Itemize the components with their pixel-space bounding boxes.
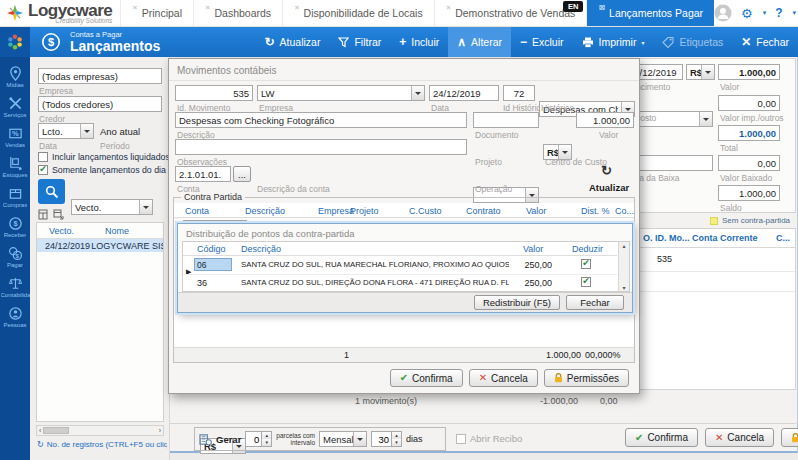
tab-disponibilidade-de-locais[interactable]: ✕ Disponibilidade de Locais bbox=[282, 0, 434, 26]
id-movimento-field[interactable]: 535 bbox=[175, 85, 253, 101]
id-historico-field[interactable]: 72 bbox=[503, 85, 535, 101]
tab-lancamentos-pagar[interactable]: ⊠ Lançamentos Pagar bbox=[586, 0, 714, 26]
dist-scrollbar[interactable]: ▴ ▾ bbox=[618, 242, 629, 291]
cancela-button[interactable]: ✕Cancela bbox=[705, 428, 774, 447]
horizontal-scrollbar[interactable]: ‹ › bbox=[36, 425, 164, 436]
confirma-button[interactable]: ✔Confirma bbox=[625, 428, 698, 447]
dropdown-arrow-icon[interactable] bbox=[139, 200, 152, 214]
cp-col-empresa[interactable]: Empresa bbox=[318, 206, 354, 216]
somente-dia-checkbox[interactable]: Somente lançamentos do dia bbox=[38, 165, 166, 175]
incluir-button[interactable]: + Incluir bbox=[390, 27, 448, 57]
sidebar-item-pagar[interactable]: $ Pagar bbox=[0, 246, 30, 268]
list-col-nome[interactable]: Nome bbox=[105, 226, 129, 236]
checkbox-checked[interactable] bbox=[38, 165, 48, 175]
dist-row-codigo[interactable]: 06 bbox=[194, 258, 232, 271]
dias-stepper[interactable]: 30▴▾ bbox=[371, 431, 402, 447]
scroll-right-icon[interactable]: › bbox=[157, 427, 163, 434]
dist-fechar-button[interactable]: Fechar bbox=[566, 295, 624, 310]
conta-browse-button[interactable]: ... bbox=[233, 166, 251, 182]
abrir-recibo-checkbox[interactable]: Abrir Recibo bbox=[456, 433, 522, 444]
empresa-select[interactable]: LW bbox=[257, 85, 425, 101]
dist-row-codigo[interactable]: 36 bbox=[197, 278, 207, 288]
dropdown-arrow-icon[interactable] bbox=[353, 432, 366, 446]
settings-gear-icon[interactable]: ⚙ bbox=[741, 6, 753, 21]
tab-dashboards[interactable]: ✕ Dashboards bbox=[193, 0, 282, 26]
help-icon[interactable]: ? bbox=[775, 6, 782, 20]
tab-close-icon[interactable]: ✕ bbox=[294, 4, 299, 12]
cp-col-contrato[interactable]: Contrato bbox=[466, 206, 501, 216]
checkbox-unchecked[interactable] bbox=[456, 434, 466, 444]
export-grid-icon[interactable] bbox=[53, 209, 64, 220]
cp-col-dist[interactable]: Dist. % bbox=[581, 206, 610, 216]
sidebar-item-estoques[interactable]: Estoques bbox=[0, 156, 30, 178]
permissoes-button[interactable]: Permissões bbox=[781, 428, 798, 447]
scroll-thumb[interactable] bbox=[43, 427, 69, 434]
tab-close-icon[interactable]: ✕ bbox=[132, 4, 137, 12]
sidebar-item-pessoas[interactable]: Pessoas bbox=[0, 306, 30, 328]
dist-col-descricao[interactable]: Descrição bbox=[241, 244, 281, 254]
sidebar-item-vendas[interactable]: % Vendas bbox=[0, 126, 30, 148]
cp-col-projeto[interactable]: Projeto bbox=[350, 206, 379, 216]
grid-col-conta-corrente[interactable]: Conta Corrente bbox=[692, 233, 758, 243]
data-tipo-select[interactable]: Lcto. bbox=[38, 123, 94, 139]
tab-close-icon[interactable]: ✕ bbox=[446, 4, 451, 12]
grid-col-id-mov[interactable]: ID. Mo... bbox=[655, 233, 690, 243]
conta-field[interactable]: 2.1.01.01. bbox=[175, 166, 231, 182]
cp-col-descricao[interactable]: Descrição bbox=[245, 206, 285, 216]
atualizar-refresh-icon[interactable]: ↻ bbox=[601, 163, 612, 178]
deduzir-checkbox[interactable] bbox=[581, 277, 591, 287]
list-col-vecto[interactable]: Vecto. bbox=[49, 226, 74, 236]
dist-col-deduzir[interactable]: Deduzir bbox=[572, 244, 603, 254]
dialog-cancela-button[interactable]: ✕Cancela bbox=[469, 369, 538, 387]
grid-col-c[interactable]: C... bbox=[776, 233, 790, 243]
gear-caret-icon[interactable]: ▾ bbox=[763, 9, 767, 17]
imprimir-button[interactable]: Imprimir ▾ bbox=[573, 27, 654, 57]
intervalo-select[interactable]: Mensal bbox=[319, 431, 367, 447]
data-field[interactable]: 24/12/2019 bbox=[429, 85, 499, 101]
dialog-permissoes-button[interactable]: Permissões bbox=[544, 369, 629, 387]
documento-field[interactable] bbox=[473, 112, 539, 128]
dropdown-arrow-icon[interactable] bbox=[699, 112, 712, 126]
excluir-button[interactable]: − Excluir bbox=[511, 27, 573, 57]
tab-close-icon[interactable]: ✕ bbox=[205, 4, 210, 12]
grid-row-id[interactable]: 535 bbox=[657, 254, 672, 264]
incluir-liquidados-checkbox[interactable]: Incluir lançamentos liquidados bbox=[38, 152, 170, 162]
tab-principal[interactable]: ✕ Principal bbox=[120, 0, 193, 26]
cp-col-conta[interactable]: Conta bbox=[185, 206, 209, 216]
cp-col-valor[interactable]: Valor bbox=[526, 206, 546, 216]
dropdown-arrow-icon[interactable] bbox=[80, 124, 93, 138]
cp-col-ccusto[interactable]: C.Custo bbox=[409, 206, 442, 216]
sidebar-item-compras[interactable]: Compras bbox=[0, 186, 30, 208]
alterar-button[interactable]: ∧ Alterar bbox=[448, 27, 511, 57]
moeda-select[interactable]: R$ bbox=[686, 64, 715, 80]
stepper-down-icon[interactable]: ▾ bbox=[392, 439, 401, 446]
filtrar-button[interactable]: Filtrar bbox=[329, 27, 390, 57]
cp-col-co[interactable]: Co... bbox=[615, 206, 634, 216]
stepper-down-icon[interactable]: ▾ bbox=[262, 439, 271, 446]
scroll-down-icon[interactable]: ▾ bbox=[622, 284, 625, 291]
observacoes-field[interactable] bbox=[175, 139, 467, 155]
dialog-confirma-button[interactable]: ✔Confirma bbox=[390, 369, 463, 387]
atualizar-button[interactable]: ↻ Atualizar bbox=[255, 27, 329, 57]
grid-columns-icon[interactable] bbox=[38, 209, 48, 220]
sidebar-item-receber[interactable]: $ Receber bbox=[0, 216, 30, 238]
dist-col-codigo[interactable]: Código bbox=[197, 244, 226, 254]
user-avatar-icon[interactable] bbox=[714, 4, 732, 22]
parcelas-stepper[interactable]: 0▴▾ bbox=[245, 431, 272, 447]
scroll-up-icon[interactable]: ▴ bbox=[622, 242, 625, 249]
descricao-field[interactable]: Despesas com Checking Fotográfico bbox=[175, 112, 467, 128]
redistribuir-button[interactable]: Redistribuir (F5) bbox=[474, 295, 560, 310]
checkbox-unchecked[interactable] bbox=[38, 152, 48, 162]
search-button[interactable] bbox=[38, 179, 65, 204]
sidebar-item-contabilidade[interactable]: Contabilida bbox=[0, 276, 30, 298]
valor-imp-field[interactable]: 0,00 bbox=[718, 95, 780, 111]
dist-col-valor[interactable]: Valor bbox=[523, 244, 543, 254]
deduzir-checkbox[interactable] bbox=[581, 259, 591, 269]
list-row-selected[interactable]: 24/12/2019 LOGYCWARE SISTE bbox=[37, 239, 163, 252]
sidebar-item-servicos[interactable]: Serviços bbox=[0, 96, 30, 118]
num-registros-link[interactable]: ↻ No. de registros (CTRL+F5 ou clique a.… bbox=[37, 440, 167, 449]
credor-field[interactable]: (Todos credores) bbox=[38, 96, 162, 112]
fechar-button[interactable]: ✕ Fechar bbox=[732, 27, 798, 57]
stepper-up-icon[interactable]: ▴ bbox=[262, 432, 271, 439]
search-field-select[interactable]: Vecto. bbox=[71, 199, 153, 215]
